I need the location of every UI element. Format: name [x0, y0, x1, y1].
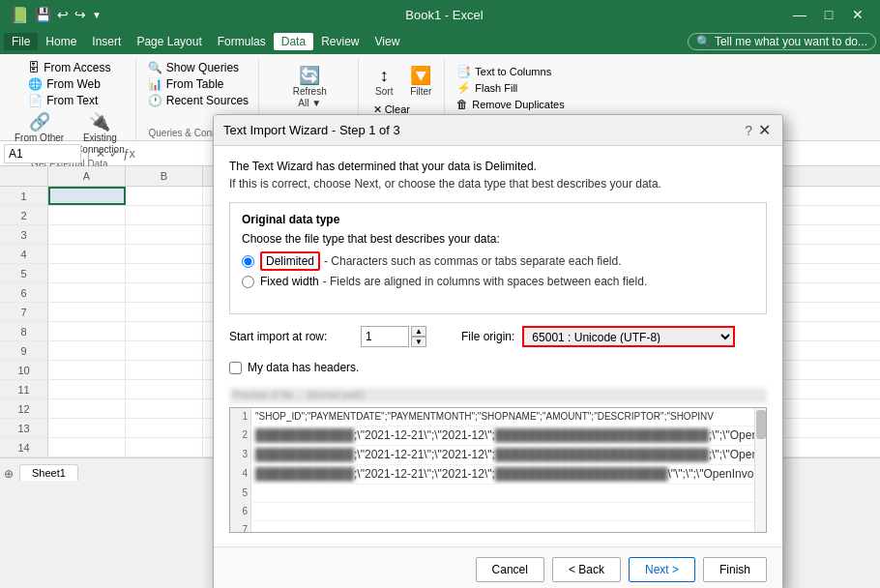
scrollbar-thumb	[756, 410, 766, 439]
insert-function-icon[interactable]: ƒx	[123, 147, 135, 161]
spinner-down[interactable]: ▼	[411, 337, 426, 347]
cell-a3[interactable]	[48, 225, 126, 244]
ribbon-from-table[interactable]: 📊 From Table	[144, 76, 252, 92]
menu-data[interactable]: Data	[274, 33, 313, 50]
ribbon-from-web[interactable]: 🌐 From Web	[24, 76, 114, 92]
preview-horizontal-scrollbar[interactable]	[230, 532, 766, 533]
menu-formulas[interactable]: Formulas	[210, 33, 274, 50]
add-sheet-button[interactable]: ⊕	[4, 467, 14, 481]
preview-row-2: 2 ████████████;\"2021-12-21\";\"2021-12\…	[230, 426, 766, 446]
ribbon-filter[interactable]: 🔽 Filter	[403, 64, 438, 101]
preview-filepath-bar: Preview of file ... (blurred path)	[229, 388, 767, 403]
cell-a7[interactable]	[48, 303, 126, 321]
close-button[interactable]: ✕	[845, 2, 870, 27]
cell-b6[interactable]	[126, 283, 203, 302]
cell-b4[interactable]	[126, 245, 203, 263]
dialog-help-button[interactable]: ?	[745, 123, 752, 138]
quick-access-redo[interactable]: ↪	[74, 7, 86, 22]
preview-row-num-7: 7	[230, 521, 251, 532]
ribbon-remove-duplicates[interactable]: 🗑 Remove Duplicates	[453, 97, 568, 112]
ribbon-sort[interactable]: ↕ Sort	[367, 64, 401, 101]
cell-a4[interactable]	[48, 245, 126, 263]
radio-delimited[interactable]	[242, 255, 254, 268]
preview-row-5: 5	[230, 485, 766, 503]
sort-filter-buttons: ↕ Sort 🔽 Filter	[367, 64, 438, 101]
preview-row-data-2: ████████████;\"2021-12-21\";\"2021-12\";…	[251, 426, 766, 445]
cell-b2[interactable]	[126, 206, 203, 224]
finish-button[interactable]: Finish	[703, 557, 767, 582]
preview-row-num-6: 6	[230, 503, 251, 520]
quick-access-undo[interactable]: ↩	[57, 7, 69, 22]
cell-a2[interactable]	[48, 206, 126, 224]
cell-b3[interactable]	[126, 225, 203, 244]
row-header-10: 10	[0, 361, 48, 379]
menu-view[interactable]: View	[367, 33, 408, 50]
ribbon-recent-sources[interactable]: 🕐 Recent Sources	[144, 93, 252, 108]
preview-row-data-5	[251, 485, 766, 502]
cell-a6[interactable]	[48, 283, 126, 302]
minimize-button[interactable]: —	[787, 2, 812, 27]
filter-icon: 🔽	[410, 67, 431, 84]
col-header-a[interactable]: A	[48, 166, 126, 186]
sheet-tab-sheet1[interactable]: Sheet1	[19, 464, 78, 481]
dialog-close-button[interactable]: ✕	[756, 121, 773, 139]
delimited-label: Delimited	[260, 251, 320, 271]
headers-checkbox[interactable]	[229, 362, 242, 374]
ribbon-text-to-columns[interactable]: 📑 Text to Columns	[453, 64, 568, 79]
formula-divider: |	[87, 147, 90, 161]
name-box[interactable]	[4, 144, 81, 163]
menu-home[interactable]: Home	[38, 33, 84, 50]
remove-dup-icon: 🗑	[456, 98, 468, 111]
preview-row-num-5: 5	[230, 485, 251, 502]
cell-a1[interactable]	[48, 187, 126, 205]
app-icon: 📗	[10, 6, 29, 24]
text-columns-icon: 📑	[456, 65, 471, 78]
cancel-formula-icon[interactable]: ✕	[96, 147, 105, 161]
show-queries-icon: 🔍	[148, 61, 162, 74]
connection-icon: 🔌	[89, 113, 110, 131]
menu-file[interactable]: File	[4, 33, 38, 50]
preview-vertical-scrollbar[interactable]	[754, 408, 766, 532]
row-header-14: 14	[0, 438, 48, 456]
cell-a5[interactable]	[48, 264, 126, 282]
text-icon: 📄	[28, 94, 43, 107]
spinner-up[interactable]: ▲	[411, 326, 426, 337]
cell-b7[interactable]	[126, 303, 203, 321]
tell-me-label: Tell me what you want to do...	[715, 35, 867, 48]
preview-row-num-4: 4	[230, 465, 251, 484]
file-origin-select[interactable]: 65001 : Unicode (UTF-8)	[522, 326, 735, 347]
start-import-label: Start import at row:	[229, 330, 345, 343]
menu-page-layout[interactable]: Page Layout	[129, 33, 209, 50]
menu-insert[interactable]: Insert	[84, 33, 129, 50]
quick-access-save[interactable]: 💾	[35, 7, 51, 22]
preview-row-data-3: ████████████;\"2021-12-21\";\"2021-12\";…	[251, 446, 766, 464]
from-table-icon: 📊	[148, 77, 162, 91]
ribbon-show-queries[interactable]: 🔍 Show Queries	[144, 60, 252, 75]
ribbon-flash-fill[interactable]: ⚡ Flash Fill	[453, 80, 568, 96]
row-header-3: 3	[0, 225, 48, 244]
title-bar-left: 📗 💾 ↩ ↪ ▼	[10, 6, 102, 24]
start-import-input[interactable]	[361, 326, 409, 347]
preview-area[interactable]: 1 "SHOP_ID";"PAYMENTDATE";"PAYMENTMONTH"…	[229, 407, 767, 533]
cell-b5[interactable]	[126, 264, 203, 282]
confirm-formula-icon[interactable]: ✓	[109, 147, 119, 161]
col-header-b[interactable]: B	[126, 166, 203, 186]
cancel-button[interactable]: Cancel	[476, 557, 544, 582]
ribbon-from-access[interactable]: 🗄 From Access	[24, 60, 114, 75]
radio-fixed-width[interactable]	[242, 276, 254, 288]
row-header-2: 2	[0, 206, 48, 224]
quick-access-more[interactable]: ▼	[92, 10, 102, 20]
file-origin-group: File origin: 65001 : Unicode (UTF-8)	[461, 326, 735, 347]
tell-me-input[interactable]: 🔍 Tell me what you want to do...	[688, 33, 876, 50]
next-button[interactable]: Next >	[629, 557, 695, 582]
maximize-button[interactable]: □	[816, 2, 841, 27]
cell-b1[interactable]	[126, 187, 203, 205]
back-button[interactable]: < Back	[552, 557, 621, 582]
refresh-icon: 🔄	[299, 67, 320, 84]
title-bar: 📗 💾 ↩ ↪ ▼ Book1 - Excel — □ ✕	[0, 0, 880, 29]
menu-review[interactable]: Review	[313, 33, 367, 50]
ribbon-refresh-all[interactable]: 🔄 RefreshAll ▼	[288, 64, 332, 112]
preview-row-6: 6	[230, 503, 766, 521]
ribbon-from-text[interactable]: 📄 From Text	[24, 93, 114, 108]
recent-sources-icon: 🕐	[148, 94, 162, 107]
